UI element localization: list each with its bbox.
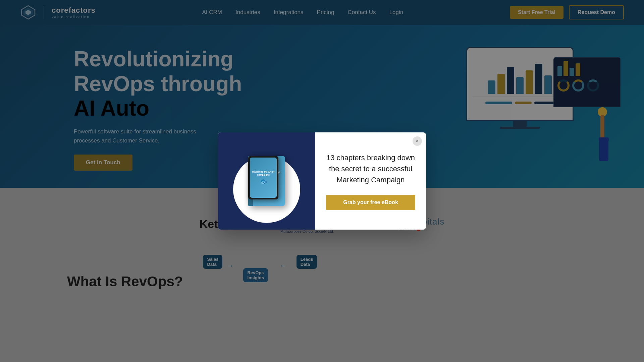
tablet-screen: Mastering the Art of Campaigns 🐟 — [250, 158, 277, 198]
tablet-fish-icon: 🐟 — [260, 178, 267, 185]
popup-close-button[interactable]: × — [413, 136, 422, 146]
popup-book-container: Mastering the Art of Campaigns 🐟 Masteri… — [248, 156, 285, 206]
popup-overlay: Mastering the Art of Campaigns 🐟 Masteri… — [0, 0, 644, 362]
popup-modal: Mastering the Art of Campaigns 🐟 Masteri… — [218, 132, 426, 230]
tablet-title: Mastering the Art of Campaigns — [252, 170, 275, 176]
tablet-graphic: Mastering the Art of Campaigns 🐟 — [248, 156, 278, 199]
grab-ebook-button[interactable]: Grab your free eBook — [326, 195, 415, 210]
popup-image-panel: Mastering the Art of Campaigns 🐟 Masteri… — [218, 132, 315, 230]
popup-heading: 13 chapters breaking down the secret to … — [326, 152, 415, 185]
popup-content-panel: 13 chapters breaking down the secret to … — [315, 132, 426, 230]
